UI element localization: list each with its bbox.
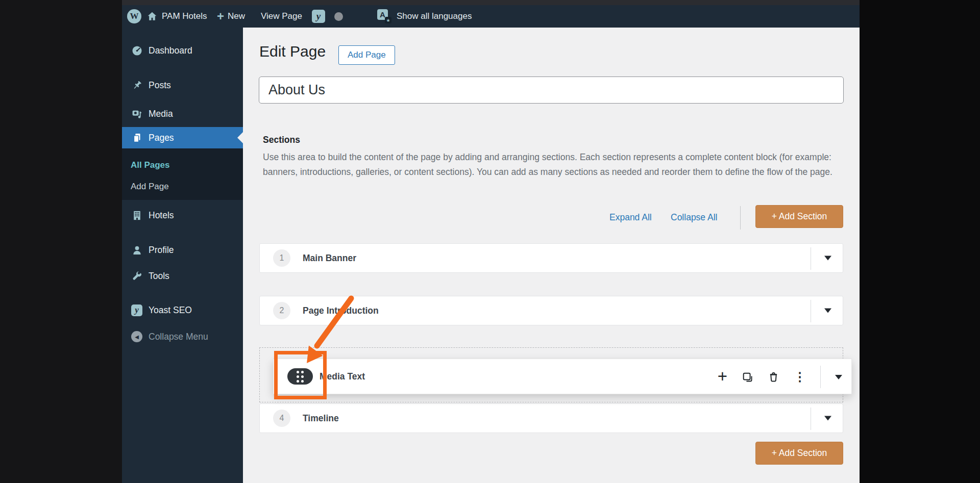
home-icon[interactable] — [146, 5, 158, 28]
section-row-media-text-dragging[interactable]: Media Text + — [273, 359, 852, 394]
pushpin-icon — [131, 80, 142, 91]
submenu-item-all-pages[interactable]: All Pages — [131, 158, 170, 172]
kebab-menu-icon[interactable]: ⋮ — [794, 370, 806, 384]
section-title: Main Banner — [303, 253, 356, 264]
add-icon[interactable]: + — [718, 368, 727, 385]
wordpress-logo-icon[interactable]: W — [127, 5, 141, 28]
row-divider — [811, 247, 811, 270]
row-divider — [811, 408, 811, 430]
section-row-timeline[interactable]: 4 Timeline — [259, 403, 843, 433]
sidebar-item-yoast-seo[interactable]: y Yoast SEO — [122, 300, 243, 320]
chevron-down-icon[interactable] — [835, 375, 842, 379]
sidebar-item-profile[interactable]: Profile — [122, 240, 243, 260]
chevron-down-icon[interactable] — [824, 309, 831, 313]
site-name-link[interactable]: PAM Hotels — [162, 5, 207, 28]
row-divider — [820, 366, 821, 388]
seo-status-dot-icon — [334, 5, 343, 28]
sidebar-item-pages[interactable]: Pages — [122, 127, 243, 148]
sections-description: Use this area to build the content of th… — [263, 150, 841, 179]
collapse-arrow-icon: ◀ — [131, 331, 142, 342]
yoast-icon: y — [131, 304, 142, 316]
new-menu-item[interactable]: + New — [217, 5, 245, 28]
section-number-badge: 4 — [273, 410, 290, 427]
show-all-languages-link[interactable]: Show all languages — [397, 5, 472, 28]
row-divider — [811, 300, 811, 322]
add-page-button[interactable]: Add Page — [338, 45, 395, 65]
section-title: Page Introduction — [303, 306, 379, 316]
yoast-seo-icon[interactable]: y — [312, 5, 325, 28]
building-icon — [131, 210, 142, 221]
browser-viewport: W PAM Hotels + New View Page y A — [122, 0, 860, 483]
page-title: Edit Page — [259, 43, 326, 60]
screen: W PAM Hotels + New View Page y A — [0, 0, 980, 483]
submenu-item-add-page[interactable]: Add Page — [131, 180, 169, 194]
view-page-link[interactable]: View Page — [261, 5, 302, 28]
main-content: Edit Page Add Page Sections Use this are… — [243, 28, 860, 483]
trash-icon[interactable] — [768, 371, 779, 383]
add-section-button-bottom[interactable]: + Add Section — [755, 442, 843, 465]
section-number-badge: 1 — [273, 249, 290, 267]
section-title: Timeline — [303, 413, 339, 424]
section-number-badge: 2 — [273, 302, 290, 319]
duplicate-icon[interactable] — [742, 371, 753, 383]
translate-icon[interactable]: A ★ — [377, 5, 391, 28]
user-icon — [131, 244, 142, 256]
row-action-icons: + ⋮ — [718, 359, 842, 395]
admin-bar: W PAM Hotels + New View Page y A — [122, 5, 860, 28]
outer-void — [0, 0, 122, 483]
sidebar-item-tools[interactable]: Tools — [122, 266, 243, 286]
chevron-down-icon[interactable] — [824, 416, 831, 421]
collapse-all-link[interactable]: Collapse All — [671, 212, 717, 223]
sidebar-item-collapse-menu[interactable]: ◀ Collapse Menu — [122, 326, 243, 347]
sidebar-item-hotels[interactable]: Hotels — [122, 205, 243, 225]
page-title-input[interactable] — [259, 77, 844, 104]
sidebar-item-posts[interactable]: Posts — [122, 75, 243, 95]
pages-submenu: All Pages Add Page — [122, 148, 243, 200]
admin-sidebar: Dashboard Posts — [122, 28, 243, 483]
sidebar-item-dashboard[interactable]: Dashboard — [122, 40, 243, 61]
new-label: New — [228, 11, 245, 21]
chevron-down-icon[interactable] — [824, 256, 831, 261]
sidebar-item-media[interactable]: Media — [122, 104, 243, 124]
sections-field-label: Sections — [263, 135, 300, 145]
window-top-strip — [122, 0, 860, 5]
pages-icon — [131, 132, 142, 143]
dashboard-icon — [131, 45, 142, 56]
add-section-button-top[interactable]: + Add Section — [755, 205, 843, 228]
plus-icon: + — [217, 10, 224, 22]
expand-all-link[interactable]: Expand All — [609, 212, 652, 223]
controls-divider — [740, 206, 741, 230]
media-icon — [131, 108, 142, 119]
annotation-highlight-box — [274, 351, 327, 399]
wrench-icon — [131, 270, 142, 282]
section-row-main-banner[interactable]: 1 Main Banner — [259, 243, 843, 273]
section-row-page-introduction[interactable]: 2 Page Introduction — [259, 296, 843, 325]
